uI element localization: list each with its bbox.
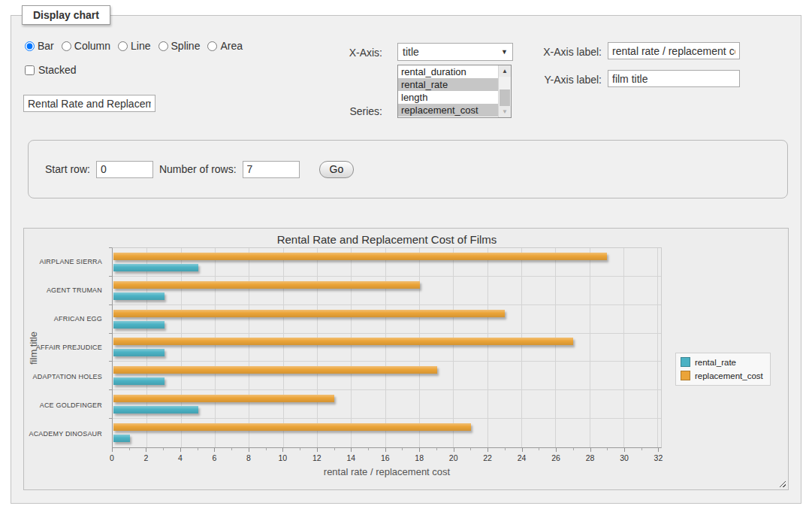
x-tick xyxy=(454,448,454,452)
x-tick xyxy=(214,448,215,452)
start-row-input[interactable] xyxy=(96,161,153,178)
row-range-box: Start row: Number of rows: Go xyxy=(28,140,788,198)
bar-replacement_cost xyxy=(113,395,334,402)
x-tick xyxy=(317,448,318,452)
radio-spline[interactable] xyxy=(158,41,168,51)
x-tick-label: 30 xyxy=(620,453,629,462)
fieldset-legend: Display chart xyxy=(22,5,110,25)
x-tick xyxy=(402,448,403,450)
bar-replacement_cost xyxy=(113,338,573,345)
x-tick xyxy=(163,448,164,450)
x-axis-label-label: X-Axis label: xyxy=(530,46,602,58)
x-tick-label: 32 xyxy=(654,453,663,462)
chart-type-option-bar[interactable]: Bar xyxy=(25,40,54,52)
bar-replacement_cost xyxy=(113,281,420,289)
start-row-label: Start row: xyxy=(45,163,90,175)
x-tick xyxy=(198,448,198,450)
category-label: AFRICAN EGG xyxy=(24,304,107,333)
bar-replacement_cost xyxy=(113,310,505,317)
y-axis-labels: AIRPLANE SIERRAAGENT TRUMANAFRICAN EGGAF… xyxy=(24,247,107,448)
chart-title: Rental Rate and Replacement Cost of Film… xyxy=(112,233,662,246)
x-tick-label: 20 xyxy=(449,453,458,462)
x-tick xyxy=(300,448,300,450)
chevron-down-icon: ▼ xyxy=(501,48,508,56)
x-tick xyxy=(231,448,232,450)
legend-swatch xyxy=(681,357,690,367)
x-tick-label: 14 xyxy=(346,453,355,462)
x-tick-label: 10 xyxy=(278,453,287,462)
x-tick xyxy=(334,448,335,450)
bar-rental_rate xyxy=(113,321,165,329)
bar-replacement_cost xyxy=(113,366,437,374)
x-tick xyxy=(249,448,249,452)
chart-type-option-spline[interactable]: Spline xyxy=(158,40,201,52)
chart-type-option-area[interactable]: Area xyxy=(207,40,243,52)
plot-area xyxy=(112,247,662,448)
bar-rental_rate xyxy=(113,349,165,356)
radio-area[interactable] xyxy=(207,41,217,51)
scrollbar-thumb[interactable] xyxy=(500,89,510,106)
radio-label: Spline xyxy=(171,40,201,52)
x-axis-selected-value: title xyxy=(403,46,419,58)
radio-bar[interactable] xyxy=(25,41,35,51)
legend-label: replacement_cost xyxy=(695,371,763,380)
x-tick xyxy=(180,448,181,452)
chart-type-option-column[interactable]: Column xyxy=(62,40,110,52)
x-axis-ticks xyxy=(112,448,662,453)
x-tick xyxy=(146,448,146,452)
x-tick xyxy=(368,448,369,450)
x-tick-label: 18 xyxy=(415,453,424,462)
x-tick xyxy=(129,448,130,450)
radio-label: Bar xyxy=(38,40,54,52)
series-listbox-scrollbar[interactable]: ▲ ▼ xyxy=(498,65,511,117)
x-tick xyxy=(351,448,352,452)
series-option-rental_duration[interactable]: rental_duration xyxy=(398,65,498,78)
radio-column[interactable] xyxy=(62,41,71,51)
x-tick xyxy=(266,448,267,450)
display-chart-fieldset: Display chart BarColumnLineSplineArea St… xyxy=(11,15,801,504)
series-option-replacement_cost[interactable]: replacement_cost xyxy=(398,104,498,117)
series-option-rental_rate[interactable]: rental_rate xyxy=(398,78,498,91)
stacked-row: Stacked xyxy=(25,64,77,76)
x-tick xyxy=(419,448,420,452)
chart-title-input[interactable] xyxy=(23,95,155,112)
y-axis-label-input[interactable] xyxy=(608,70,740,87)
resize-grip-icon[interactable] xyxy=(777,479,786,487)
bar-rental_rate xyxy=(113,406,198,414)
chart-type-radios: BarColumnLineSplineArea xyxy=(25,40,243,52)
x-axis-select[interactable]: title ▼ xyxy=(397,43,513,61)
x-axis-tick-labels: 02468101214161820222426283032 xyxy=(112,453,662,462)
x-tick xyxy=(522,448,523,452)
bar-replacement_cost xyxy=(113,423,471,431)
category-label: AIRPLANE SIERRA xyxy=(24,247,107,276)
legend-item-replacement_cost: replacement_cost xyxy=(681,371,763,380)
legend-label: rental_rate xyxy=(695,358,736,367)
x-tick-label: 2 xyxy=(144,453,149,462)
bar-group xyxy=(113,277,661,305)
category-label: ACE GOLDFINGER xyxy=(24,391,107,420)
go-button[interactable]: Go xyxy=(319,161,355,178)
bar-group xyxy=(113,390,661,419)
x-tick-label: 12 xyxy=(312,453,321,462)
legend-swatch xyxy=(681,371,690,380)
x-axis-select-label: X-Axis: xyxy=(327,47,382,59)
stacked-checkbox[interactable] xyxy=(25,65,35,75)
x-tick xyxy=(658,448,659,452)
number-of-rows-label: Number of rows: xyxy=(159,163,237,175)
x-tick-label: 0 xyxy=(110,453,114,462)
radio-label: Area xyxy=(220,40,243,52)
chart-type-option-line[interactable]: Line xyxy=(118,40,150,52)
series-listbox[interactable]: rental_durationrental_ratelengthreplacem… xyxy=(397,65,512,118)
bar-group xyxy=(113,305,661,334)
x-tick xyxy=(607,448,608,450)
x-axis-label-input[interactable] xyxy=(608,42,740,59)
series-option-length[interactable]: length xyxy=(398,91,498,104)
x-tick xyxy=(556,448,557,452)
scroll-up-icon[interactable]: ▲ xyxy=(499,65,511,77)
x-tick xyxy=(488,448,488,452)
scroll-down-icon[interactable]: ▼ xyxy=(499,106,511,117)
x-tick-label: 6 xyxy=(212,453,216,462)
category-label: ACADEMY DINOSAUR xyxy=(24,420,107,448)
number-of-rows-input[interactable] xyxy=(243,161,300,178)
radio-line[interactable] xyxy=(118,41,128,51)
